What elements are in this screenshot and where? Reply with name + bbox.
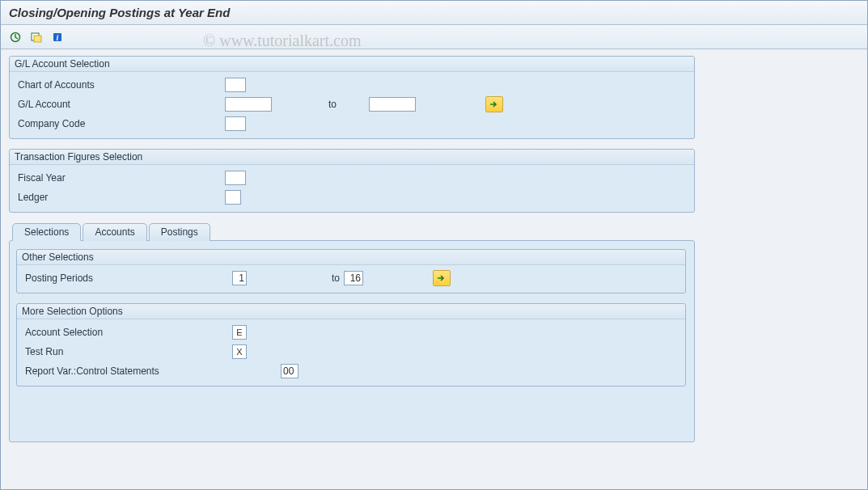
- label-test-run: Test Run: [22, 346, 232, 357]
- chart-of-accounts-input[interactable]: [225, 78, 246, 92]
- gl-account-multiple-selection-button[interactable]: [485, 96, 503, 112]
- group-transaction-figures: Transaction Figures Selection Fiscal Yea…: [9, 149, 695, 213]
- info-icon: i: [52, 32, 63, 43]
- group-more-selection-options: More Selection Options Account Selection…: [16, 303, 686, 387]
- execute-button[interactable]: [7, 29, 23, 45]
- tabstrip: Selections Accounts Postings Other Selec…: [9, 222, 695, 442]
- label-account-selection: Account Selection: [22, 327, 232, 338]
- title-bar: Closing/Opening Postings at Year End: [1, 1, 867, 25]
- group-title: More Selection Options: [17, 304, 685, 319]
- label-ledger: Ledger: [15, 192, 225, 203]
- clock-execute-icon: [10, 32, 21, 43]
- label-report-var: Report Var.:Control Statements: [22, 365, 281, 377]
- group-other-selections: Other Selections Posting Periods to: [16, 249, 686, 294]
- page-title: Closing/Opening Postings at Year End: [9, 6, 230, 19]
- group-title: Transaction Figures Selection: [10, 150, 694, 165]
- tab-postings[interactable]: Postings: [149, 223, 210, 241]
- test-run-checkbox[interactable]: X: [232, 344, 247, 359]
- label-to: to: [247, 272, 344, 284]
- gl-account-from-input[interactable]: [225, 97, 272, 112]
- get-variant-button[interactable]: [28, 29, 44, 45]
- arrow-right-icon: [437, 274, 447, 282]
- label-chart-of-accounts: Chart of Accounts: [15, 79, 225, 91]
- report-var-input[interactable]: [281, 364, 299, 378]
- company-code-input[interactable]: [225, 116, 246, 131]
- posting-period-to-input[interactable]: [344, 271, 363, 285]
- app-window: Closing/Opening Postings at Year End i ©…: [0, 0, 868, 490]
- tab-panel-selections: Other Selections Posting Periods to: [9, 240, 695, 442]
- gl-account-to-input[interactable]: [369, 97, 416, 112]
- toolbar: i: [1, 25, 867, 49]
- info-button[interactable]: i: [49, 29, 66, 45]
- ledger-input[interactable]: [225, 190, 241, 205]
- tab-selections[interactable]: Selections: [12, 223, 81, 241]
- posting-period-from-input[interactable]: [232, 271, 247, 285]
- group-title: G/L Account Selection: [10, 57, 694, 72]
- label-company-code: Company Code: [15, 118, 225, 129]
- label-fiscal-year: Fiscal Year: [15, 172, 225, 184]
- content-area: G/L Account Selection Chart of Accounts …: [1, 49, 867, 449]
- tab-accounts[interactable]: Accounts: [83, 223, 146, 241]
- group-title: Other Selections: [17, 250, 685, 265]
- label-gl-account: G/L Account: [15, 99, 225, 110]
- svg-rect-2: [34, 36, 41, 42]
- svg-text:i: i: [57, 33, 59, 42]
- label-posting-periods: Posting Periods: [22, 272, 232, 284]
- group-gl-account-selection: G/L Account Selection Chart of Accounts …: [9, 56, 695, 139]
- variant-icon: [31, 32, 42, 43]
- posting-period-multiple-selection-button[interactable]: [433, 270, 451, 286]
- fiscal-year-input[interactable]: [225, 171, 246, 185]
- account-selection-input[interactable]: E: [232, 325, 247, 340]
- arrow-right-icon: [489, 100, 499, 108]
- label-to: to: [272, 99, 369, 110]
